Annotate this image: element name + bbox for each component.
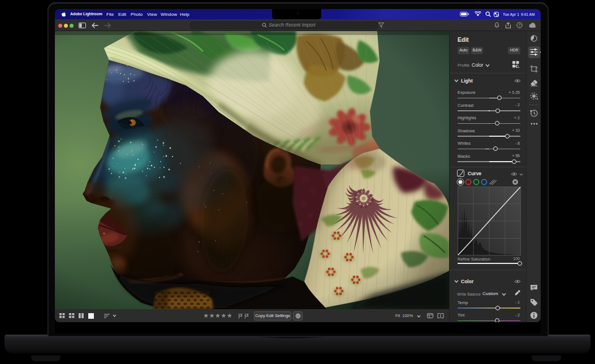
svg-text:?: ? [519,23,521,27]
